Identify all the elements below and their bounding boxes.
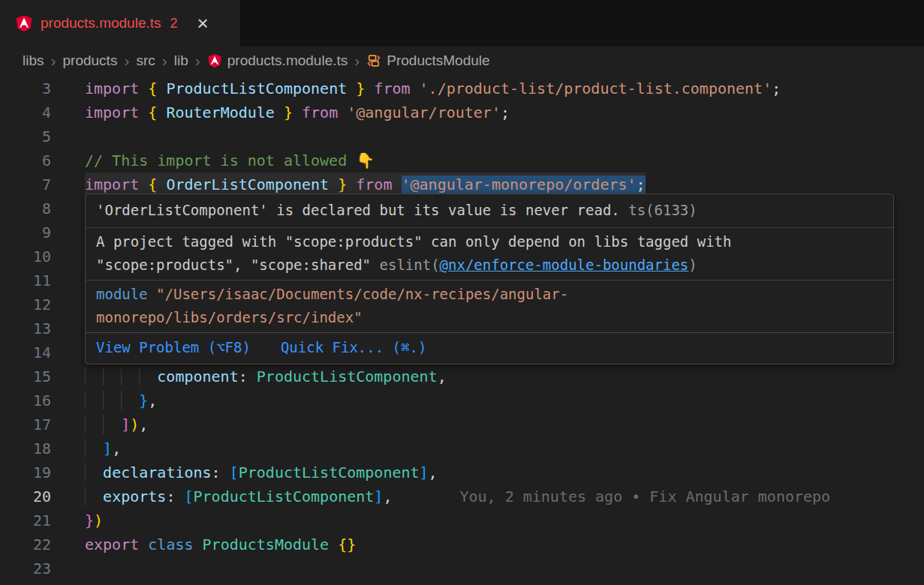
line-number[interactable]: 20 [0, 484, 60, 508]
breadcrumb-item-lib[interactable]: lib [174, 52, 188, 69]
angular-icon [15, 14, 33, 32]
chevron-right-icon: › [124, 52, 129, 70]
module-keyword: module [96, 286, 148, 302]
breadcrumb-item-libs[interactable]: libs [23, 52, 44, 69]
code-content[interactable]: ]), [85, 412, 148, 436]
line-number[interactable]: 16 [0, 388, 60, 412]
tab-title: products.module.ts [41, 15, 161, 32]
diagnostic-message: "scope:products", "scope:shared" [96, 256, 371, 273]
class-symbol-icon [366, 53, 381, 68]
line-number[interactable]: 3 [0, 76, 60, 100]
code-line[interactable]: 19 declarations: [ProductListComponent], [0, 460, 924, 484]
line-number[interactable]: 13 [0, 316, 60, 340]
code-content[interactable]: declarations: [ProductListComponent], [85, 460, 438, 484]
hover-actions: View Problem (⌥F8) Quick Fix... (⌘.) [86, 332, 893, 364]
breadcrumb-item-src[interactable]: src [136, 52, 155, 69]
code-content[interactable]: // This import is not allowed 👇 [85, 148, 375, 172]
line-number[interactable]: 23 [0, 556, 60, 580]
line-number[interactable]: 22 [0, 532, 60, 556]
code-line[interactable]: 3import { ProductListComponent } from '.… [0, 76, 924, 100]
line-number[interactable]: 4 [0, 100, 60, 124]
code-line[interactable]: 20 exports: [ProductListComponent],You, … [0, 484, 924, 508]
line-number[interactable]: 11 [0, 268, 60, 292]
breadcrumb-item-symbol[interactable]: ProductsModule [366, 52, 489, 69]
hover-module-info: module "/Users/isaac/Documents/code/nx-r… [86, 280, 893, 332]
code-content[interactable]: import { ProductListComponent } from './… [85, 76, 781, 100]
line-number[interactable]: 9 [0, 220, 60, 244]
line-number[interactable]: 7 [0, 172, 60, 196]
module-path: "/Users/isaac/Documents/code/nx-recipes/… [96, 286, 568, 326]
close-icon[interactable]: × [197, 14, 209, 33]
tab-bar: products.module.ts 2 × [0, 0, 924, 46]
line-number[interactable]: 17 [0, 412, 60, 436]
diagnostic-message: A project tagged with "scope:products" c… [96, 233, 731, 250]
code-line[interactable]: 16 }, [0, 388, 924, 412]
line-number[interactable]: 6 [0, 148, 60, 172]
code-content[interactable]: export class ProductsModule {} [85, 532, 356, 556]
eslint-rule-link[interactable]: @nx/enforce-module-boundaries [440, 256, 689, 273]
code-content[interactable]: component: ProductListComponent, [85, 364, 447, 388]
breadcrumb-item-products[interactable]: products [63, 52, 118, 69]
git-blame-annotation: You, 2 minutes ago • Fix Angular monorep… [459, 488, 830, 506]
quick-fix-button[interactable]: Quick Fix... (⌘.) [281, 336, 426, 359]
line-number[interactable]: 10 [0, 244, 60, 268]
line-number[interactable]: 8 [0, 196, 60, 220]
code-content[interactable]: }) [85, 508, 103, 532]
tab-problems-badge: 2 [170, 16, 178, 32]
code-content[interactable]: ], [85, 436, 121, 460]
breadcrumb: libs › products › src › lib › products.m… [0, 46, 924, 75]
code-line[interactable]: 21}) [0, 508, 924, 532]
code-content[interactable]: exports: [ProductListComponent],You, 2 m… [85, 484, 830, 508]
chevron-right-icon: › [195, 52, 200, 70]
code-line[interactable]: 17 ]), [0, 412, 924, 436]
view-problem-button[interactable]: View Problem (⌥F8) [96, 336, 251, 359]
code-line[interactable]: 5 [0, 124, 924, 148]
code-line[interactable]: 15 component: ProductListComponent, [0, 364, 924, 388]
code-line[interactable]: 18 ], [0, 436, 924, 460]
code-line[interactable]: 22export class ProductsModule {} [0, 532, 924, 556]
line-number[interactable]: 19 [0, 460, 60, 484]
line-number[interactable]: 15 [0, 364, 60, 388]
diagnostic-source: eslint(@nx/enforce-module-boundaries) [380, 256, 697, 273]
chevron-right-icon: › [162, 52, 167, 70]
hover-diagnostic-unused: 'OrderListComponent' is declared but its… [86, 194, 893, 227]
chevron-right-icon: › [354, 52, 360, 70]
code-line[interactable]: 6// This import is not allowed 👇 [0, 148, 924, 172]
code-content[interactable]: import { RouterModule } from '@angular/r… [85, 100, 510, 124]
code-line[interactable]: 4import { RouterModule } from '@angular/… [0, 100, 924, 124]
breadcrumb-item-file[interactable]: products.module.ts [207, 52, 348, 69]
line-number[interactable]: 18 [0, 436, 60, 460]
code-content[interactable]: }, [85, 388, 157, 412]
line-number[interactable]: 12 [0, 292, 60, 316]
diagnostic-code: ts(6133) [628, 202, 697, 218]
line-number[interactable]: 14 [0, 340, 60, 364]
line-number[interactable]: 5 [0, 124, 60, 148]
code-line[interactable]: 23 [0, 556, 924, 580]
chevron-right-icon: › [51, 52, 56, 70]
angular-icon [207, 53, 222, 68]
tab-products-module[interactable]: products.module.ts 2 × [0, 0, 240, 46]
vscode-window: { "icons": { "close": "×", "breadcrumb_s… [0, 0, 924, 585]
hover-diagnostic-eslint: A project tagged with "scope:products" c… [86, 227, 893, 280]
diagnostic-message: 'OrderListComponent' is declared but its… [96, 202, 620, 218]
line-number[interactable]: 21 [0, 508, 60, 532]
hover-widget: 'OrderListComponent' is declared but its… [85, 194, 894, 364]
